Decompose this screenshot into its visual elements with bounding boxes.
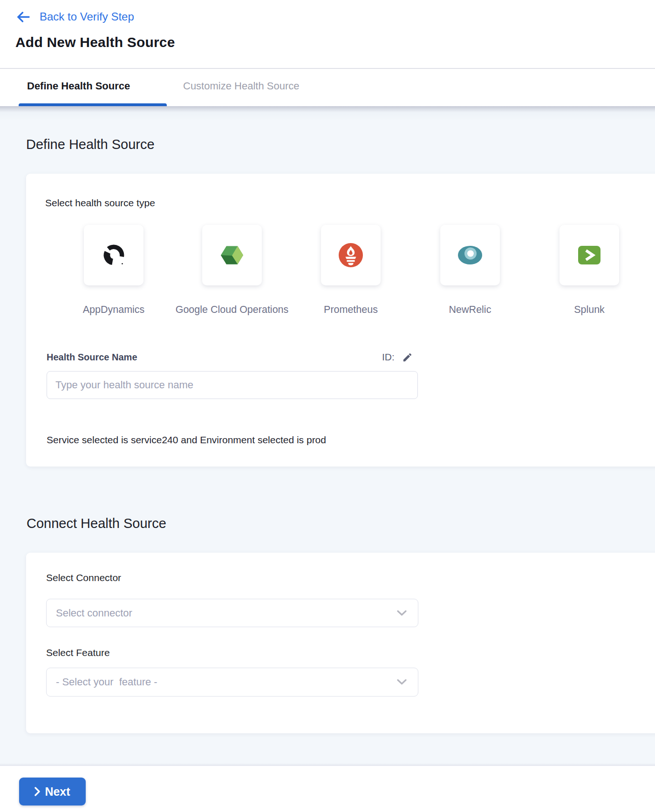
prometheus-icon bbox=[339, 243, 363, 267]
health-source-name-label: Health Source Name bbox=[47, 352, 137, 363]
tab-customize-health-source[interactable]: Customize Health Source bbox=[183, 80, 299, 92]
connector-select-placeholder: Select connector bbox=[56, 607, 132, 619]
back-link[interactable]: Back to Verify Step bbox=[16, 10, 134, 23]
source-label: AppDynamics bbox=[83, 304, 145, 316]
chevron-down-icon bbox=[397, 679, 407, 685]
source-label: NewRelic bbox=[449, 304, 491, 316]
add-health-source-page: Back to Verify Step Add New Health Sourc… bbox=[0, 0, 655, 812]
source-tile-prometheus[interactable] bbox=[321, 225, 381, 285]
id-row: ID: bbox=[382, 352, 413, 363]
id-label: ID: bbox=[382, 352, 395, 363]
splunk-icon bbox=[578, 246, 600, 264]
chevron-down-icon bbox=[397, 610, 407, 616]
define-section-heading: Define Health Source bbox=[26, 137, 155, 152]
chevron-right-icon bbox=[34, 787, 40, 796]
feature-select-placeholder: - Select your feature - bbox=[56, 676, 157, 688]
feature-select[interactable]: - Select your feature - bbox=[46, 668, 418, 697]
source-label: Prometheus bbox=[324, 304, 378, 316]
connect-section-heading: Connect Health Source bbox=[27, 516, 166, 531]
service-environment-note: Service selected is service240 and Envir… bbox=[47, 434, 326, 446]
tab-define-health-source[interactable]: Define Health Source bbox=[27, 80, 130, 92]
select-feature-label: Select Feature bbox=[46, 647, 110, 658]
select-connector-label: Select Connector bbox=[46, 572, 121, 583]
source-label: Google Cloud Operations bbox=[176, 304, 289, 316]
tab-bar: Define Health Source Customize Health So… bbox=[0, 69, 655, 106]
select-type-label: Select health source type bbox=[45, 197, 155, 209]
back-arrow-icon bbox=[16, 11, 30, 23]
source-label: Splunk bbox=[574, 304, 605, 316]
newrelic-icon bbox=[457, 245, 483, 265]
connector-select[interactable]: Select connector bbox=[46, 599, 418, 627]
appdynamics-icon bbox=[102, 244, 125, 267]
next-button-label: Next bbox=[45, 785, 70, 798]
back-link-label: Back to Verify Step bbox=[40, 10, 134, 23]
source-tile-newrelic[interactable] bbox=[440, 225, 500, 285]
page-title: Add New Health Source bbox=[15, 34, 175, 50]
source-tile-appdynamics[interactable] bbox=[84, 225, 143, 285]
health-source-name-input[interactable] bbox=[47, 371, 418, 399]
source-tile-google-cloud-operations[interactable] bbox=[202, 225, 262, 285]
define-health-source-card bbox=[26, 174, 655, 467]
edit-pencil-icon[interactable] bbox=[402, 352, 413, 363]
google-cloud-operations-icon bbox=[220, 244, 244, 266]
source-tile-splunk[interactable] bbox=[559, 225, 619, 285]
next-button[interactable]: Next bbox=[19, 778, 86, 805]
